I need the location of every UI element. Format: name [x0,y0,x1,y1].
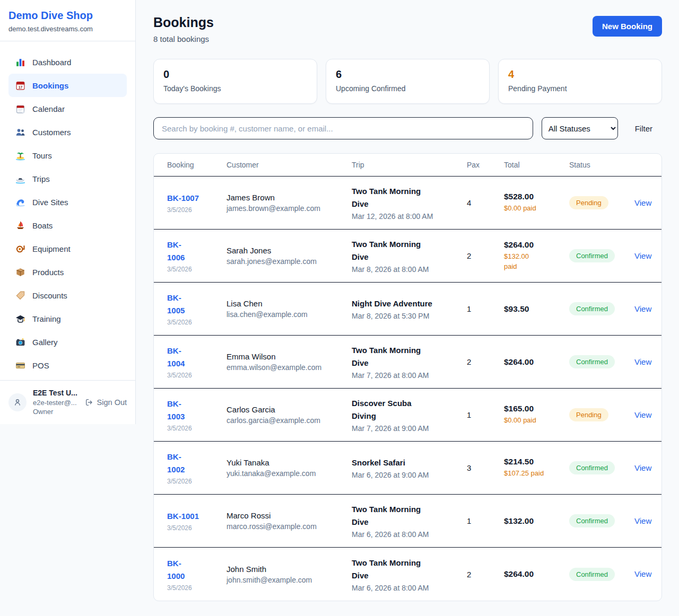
booking-id-link[interactable]: BK-1003 [167,398,185,423]
total-amount: $528.00 [504,192,569,201]
view-link[interactable]: View [634,251,651,260]
total-amount: $165.00 [504,404,569,413]
total-cell: $214.50$107.25 paid [504,457,569,479]
brand-block: Demo Dive Shop demo.test.divestreams.com [0,0,135,41]
view-link[interactable]: View [634,304,651,313]
products-icon [15,267,25,277]
status-cell: Confirmed [569,355,634,368]
customer-email: james.brown@example.com [227,204,352,213]
main-content: Bookings 8 total bookings New Booking 0T… [136,0,679,601]
customer-email: yuki.tanaka@example.com [227,469,352,478]
sidebar-item-label: Boats [32,221,53,230]
sidebar-item-training[interactable]: Training [8,307,127,330]
table-row: BK-10053/5/2026Lisa Chenlisa.chen@exampl… [154,283,661,336]
sidebar-item-pos[interactable]: POS [8,354,127,377]
status-cell: Pending [569,408,634,421]
pax-count: 1 [467,410,504,419]
sidebar-item-customers[interactable]: Customers [8,120,127,144]
booking-date: 3/5/2026 [167,266,227,273]
gallery-icon [15,337,25,347]
sidebar-item-label: Equipment [32,244,71,253]
trip-name: Two Tank MorningDive [352,238,467,263]
customers-icon [15,127,25,137]
booking-date: 3/5/2026 [167,425,227,432]
trip-cell: Two Tank MorningDiveMar 6, 2026 at 8:00 … [352,557,467,592]
sidebar-item-calendar[interactable]: Calendar [8,97,127,120]
booking-id-link[interactable]: BK-1001 [167,510,199,523]
view-link[interactable]: View [634,569,651,578]
dashboard-icon [15,57,25,67]
page-title: Bookings [153,15,214,30]
trip-datetime: Mar 8, 2026 at 8:00 AM [352,265,467,274]
booking-id-link[interactable]: BK-1004 [167,345,185,370]
dive-sites-icon [15,197,25,207]
sidebar-item-boats[interactable]: Boats [8,214,127,237]
sidebar-item-products[interactable]: Products [8,260,127,284]
booking-cell: BK-10013/5/2026 [167,510,227,532]
trip-name: Night Dive Adventure [352,297,467,310]
booking-id-link[interactable]: BK-1007 [167,192,199,205]
status-badge: Confirmed [569,568,615,581]
total-cell: $93.50 [504,304,569,314]
booking-id-link[interactable]: BK-1005 [167,292,185,317]
booking-cell: BK-10073/5/2026 [167,192,227,214]
booking-id-link[interactable]: BK-1000 [167,557,185,583]
trip-cell: Night Dive AdventureMar 8, 2026 at 5:30 … [352,297,467,320]
trip-datetime: Mar 6, 2026 at 8:00 AM [352,584,467,592]
new-booking-button[interactable]: New Booking [593,16,662,37]
sidebar-item-bookings[interactable]: 17Bookings [8,74,127,97]
sign-out-button[interactable]: Sign Out [85,398,127,407]
view-link[interactable]: View [634,516,651,525]
view-link[interactable]: View [634,198,651,207]
status-cell: Pending [569,196,634,209]
equipment-icon [15,243,25,254]
discounts-icon [15,290,25,301]
table-row: BK-10073/5/2026James Brownjames.brown@ex… [154,177,661,230]
booking-date: 3/5/2026 [167,524,227,532]
view-cell: View [634,516,651,526]
view-cell: View [634,463,651,473]
customer-email: john.smith@example.com [227,576,352,584]
status-badge: Confirmed [569,355,615,368]
sign-out-icon [85,398,93,407]
stats-row: 0Today's Bookings6Upcoming Confirmed4Pen… [153,59,662,104]
booking-id-link[interactable]: BK-1002 [167,451,185,476]
column-header: Trip [352,161,467,169]
sidebar-item-gallery[interactable]: Gallery [8,330,127,354]
trips-icon [15,173,25,184]
sidebar-item-label: Bookings [32,81,68,90]
user-info: E2E Test U... e2e-tester@... Owner [33,388,77,417]
booking-cell: BK-10023/5/2026 [167,451,227,485]
pax-count: 4 [467,198,504,207]
total-cell: $528.00$0.00 paid [504,192,569,214]
trip-datetime: Mar 8, 2026 at 5:30 PM [352,312,467,320]
view-cell: View [634,357,651,367]
stat-label: Pending Payment [508,84,652,93]
search-input[interactable] [153,117,533,139]
customer-email: lisa.chen@example.com [227,310,352,319]
view-link[interactable]: View [634,410,651,419]
sidebar-item-equipment[interactable]: Equipment [8,237,127,260]
sidebar-item-tours[interactable]: Tours [8,144,127,167]
filter-label[interactable]: Filter [626,124,662,133]
view-link[interactable]: View [634,357,651,366]
status-filter-select[interactable]: All Statuses [542,117,618,139]
sidebar-item-dive-sites[interactable]: Dive Sites [8,190,127,214]
column-header: Customer [227,161,352,169]
stat-label: Upcoming Confirmed [336,84,480,93]
trip-datetime: Mar 7, 2026 at 8:00 AM [352,371,467,380]
customer-email: carlos.garcia@example.com [227,416,352,425]
view-link[interactable]: View [634,463,651,472]
paid-amount: $132.00paid [504,252,569,272]
customer-name: Carlos Garcia [227,405,352,414]
booking-id-link[interactable]: BK-1006 [167,239,185,264]
sidebar-item-trips[interactable]: Trips [8,167,127,190]
view-cell: View [634,569,651,579]
booking-date: 3/5/2026 [167,584,227,592]
sidebar-item-discounts[interactable]: Discounts [8,284,127,307]
total-cell: $264.00 [504,569,569,579]
bookings-table: BookingCustomerTripPaxTotalStatus BK-100… [153,153,662,601]
booking-cell: BK-10043/5/2026 [167,345,227,379]
sidebar-item-dashboard[interactable]: Dashboard [8,50,127,74]
total-amount: $132.00 [504,516,569,526]
